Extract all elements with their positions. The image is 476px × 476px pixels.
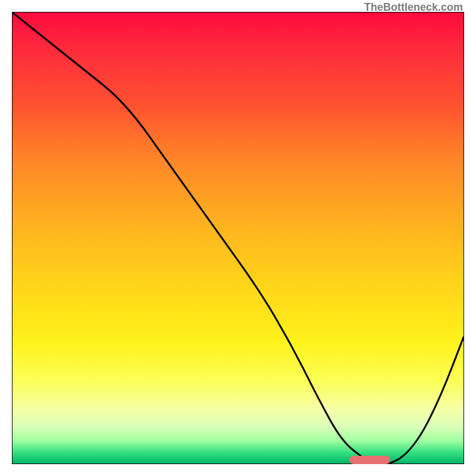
optimal-range-marker <box>349 456 390 464</box>
curve-svg <box>12 12 464 464</box>
bottleneck-curve-path <box>12 12 464 464</box>
chart-container: TheBottleneck.com <box>0 0 476 476</box>
plot-area <box>12 12 464 464</box>
